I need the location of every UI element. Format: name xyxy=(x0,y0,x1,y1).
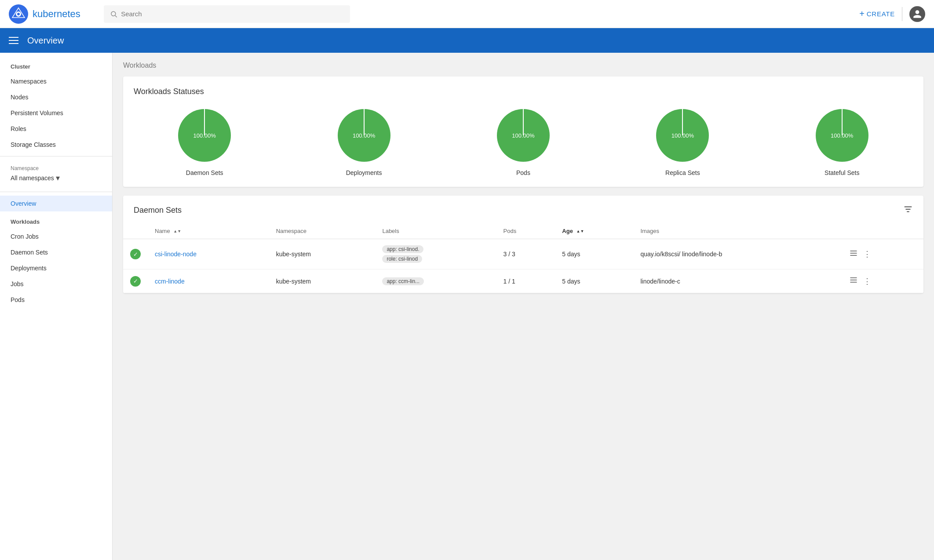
actions-cell: ⋮ xyxy=(841,269,923,293)
page-header: Overview xyxy=(0,28,934,53)
col-labels: Labels xyxy=(375,223,496,239)
sidebar-item-cron-jobs[interactable]: Cron Jobs xyxy=(0,229,112,244)
col-images: Images xyxy=(633,223,841,239)
sidebar-item-storage-classes[interactable]: Storage Classes xyxy=(0,137,112,153)
nav-right: + CREATE xyxy=(859,6,925,22)
sidebar-divider-2 xyxy=(0,192,112,192)
col-age: Age ▲▼ xyxy=(555,223,633,239)
sidebar-divider-1 xyxy=(0,156,112,156)
svg-point-3 xyxy=(111,11,116,16)
sidebar-item-overview[interactable]: Overview xyxy=(0,196,112,211)
status-cell: ✓ xyxy=(123,269,148,293)
daemon-sets-title: Daemon Sets xyxy=(134,206,182,215)
status-ok-icon: ✓ xyxy=(130,249,141,259)
user-avatar[interactable] xyxy=(909,6,925,22)
col-status xyxy=(123,223,148,239)
nav-divider xyxy=(902,7,902,21)
row-name-link[interactable]: ccm-linode xyxy=(155,278,185,285)
workloads-heading: Workloads xyxy=(123,62,923,69)
name-sort-icon[interactable]: ▲▼ xyxy=(173,229,181,233)
chart-name-1: Deployments xyxy=(346,169,382,176)
sidebar-item-daemon-sets[interactable]: Daemon Sets xyxy=(0,244,112,260)
hamburger-line-3 xyxy=(9,43,18,44)
col-namespace: Namespace xyxy=(269,223,376,239)
age-cell: 5 days xyxy=(555,239,633,269)
age-sort-icon[interactable]: ▲▼ xyxy=(576,229,584,233)
actions-cell: ⋮ xyxy=(841,239,923,269)
more-vert-icon[interactable]: ⋮ xyxy=(862,276,872,287)
namespace-label: Namespace xyxy=(11,165,102,171)
logo-area: kubernetes xyxy=(9,4,97,24)
search-input[interactable] xyxy=(121,10,344,18)
images-cell: quay.io/k8scsi/ linode/linode-b xyxy=(633,239,841,269)
list-icon[interactable] xyxy=(848,275,859,287)
daemon-sets-table: Name ▲▼ Namespace Labels Pods Age ▲▼ Ima… xyxy=(123,223,923,293)
workloads-statuses-title: Workloads Statuses xyxy=(134,87,913,96)
sidebar: Cluster Namespaces Nodes Persistent Volu… xyxy=(0,53,113,560)
chevron-down-icon: ▾ xyxy=(56,173,60,183)
filter-icon[interactable] xyxy=(903,204,913,216)
sidebar-item-pods[interactable]: Pods xyxy=(0,292,112,308)
workloads-statuses-card: Workloads Statuses 100.00% Daemon Sets 1… xyxy=(123,76,923,187)
donut-svg-3 xyxy=(654,107,711,164)
pods-cell: 1 / 1 xyxy=(496,269,555,293)
pods-cell: 3 / 3 xyxy=(496,239,555,269)
search-bar[interactable] xyxy=(104,5,350,23)
hamburger-menu[interactable] xyxy=(9,37,18,44)
namespace-value: All namespaces xyxy=(11,175,54,182)
workloads-section-title: Workloads xyxy=(0,211,112,229)
chart-item-4: 100.00% Stateful Sets xyxy=(814,107,871,176)
table-row: ✓ ccm-linode kube-system app: ccm-lin...… xyxy=(123,269,923,293)
namespace-selector[interactable]: All namespaces ▾ xyxy=(11,173,102,183)
row-name-link[interactable]: csi-linode-node xyxy=(155,251,197,258)
donut-wrapper-3: 100.00% xyxy=(654,107,711,164)
namespace-cell: kube-system xyxy=(269,269,376,293)
col-name: Name ▲▼ xyxy=(148,223,269,239)
chart-item-3: 100.00% Replica Sets xyxy=(654,107,711,176)
donut-wrapper-4: 100.00% xyxy=(814,107,871,164)
cluster-section-title: Cluster xyxy=(0,56,112,73)
table-header-row: Name ▲▼ Namespace Labels Pods Age ▲▼ Ima… xyxy=(123,223,923,239)
donut-wrapper-1: 100.00% xyxy=(336,107,393,164)
sidebar-item-jobs[interactable]: Jobs xyxy=(0,276,112,292)
daemon-sets-card-header: Daemon Sets xyxy=(123,196,923,223)
chart-name-0: Daemon Sets xyxy=(186,169,223,176)
name-cell: ccm-linode xyxy=(148,269,269,293)
age-cell: 5 days xyxy=(555,269,633,293)
logo-text: kubernetes xyxy=(33,8,80,20)
chart-name-4: Stateful Sets xyxy=(825,169,859,176)
list-icon[interactable] xyxy=(848,248,859,261)
table-row: ✓ csi-linode-node kube-system app: csi-l… xyxy=(123,239,923,269)
top-nav: kubernetes + CREATE xyxy=(0,0,934,28)
chart-name-2: Pods xyxy=(516,169,530,176)
sidebar-item-namespaces[interactable]: Namespaces xyxy=(0,73,112,89)
chart-item-1: 100.00% Deployments xyxy=(336,107,393,176)
search-icon xyxy=(110,10,117,18)
donut-svg-4 xyxy=(814,107,871,164)
svg-line-4 xyxy=(115,15,117,17)
sidebar-item-nodes[interactable]: Nodes xyxy=(0,89,112,105)
labels-cell: app: ccm-lin... xyxy=(375,269,496,293)
namespace-section: Namespace All namespaces ▾ xyxy=(0,160,112,188)
plus-icon: + xyxy=(859,9,865,19)
create-button[interactable]: + CREATE xyxy=(859,9,895,19)
col-pods: Pods xyxy=(496,223,555,239)
sidebar-item-persistent-volumes[interactable]: Persistent Volumes xyxy=(0,105,112,121)
row-actions: ⋮ xyxy=(848,248,916,261)
main-layout: Cluster Namespaces Nodes Persistent Volu… xyxy=(0,53,934,560)
status-ok-icon: ✓ xyxy=(130,276,141,287)
hamburger-line-2 xyxy=(9,40,18,41)
col-actions xyxy=(841,223,923,239)
daemon-sets-card: Daemon Sets Name ▲▼ xyxy=(123,196,923,293)
name-cell: csi-linode-node xyxy=(148,239,269,269)
donut-svg-1 xyxy=(336,107,393,164)
sidebar-item-deployments[interactable]: Deployments xyxy=(0,260,112,276)
donut-svg-2 xyxy=(495,107,552,164)
label-chip: app: csi-linod. xyxy=(382,245,423,253)
sidebar-item-roles[interactable]: Roles xyxy=(0,121,112,137)
main-content: Workloads Workloads Statuses 100.00% Dae… xyxy=(113,53,934,560)
status-cell: ✓ xyxy=(123,239,148,269)
more-vert-icon[interactable]: ⋮ xyxy=(862,248,872,260)
donut-wrapper-0: 100.00% xyxy=(176,107,233,164)
hamburger-line-1 xyxy=(9,37,18,38)
